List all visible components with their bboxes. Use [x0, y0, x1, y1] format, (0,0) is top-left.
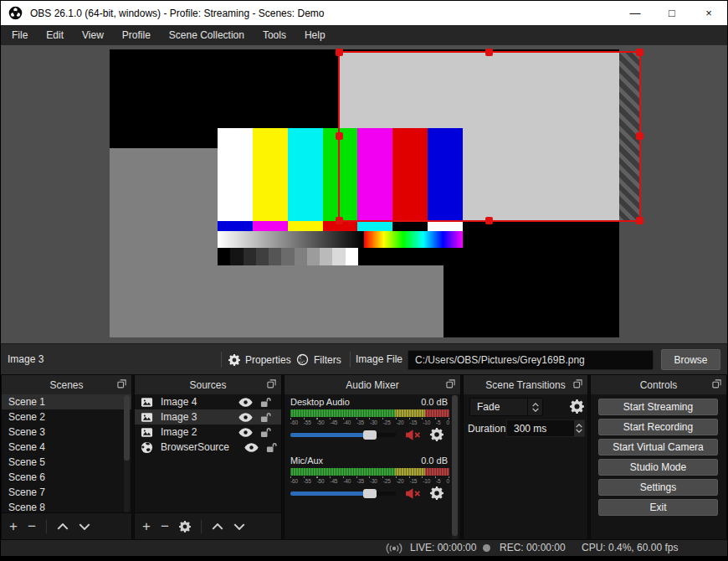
scene-transitions-panel: Scene Transitions Fade Duration 300 ms: [463, 374, 588, 540]
spinbox-arrows[interactable]: [573, 420, 584, 436]
scale-tick-label: -15: [409, 419, 417, 425]
selection-handle[interactable]: [336, 49, 343, 56]
scale-tick-label: -10: [423, 419, 430, 425]
unlock-icon[interactable]: [260, 397, 271, 408]
source-properties-button[interactable]: [179, 521, 191, 533]
control-button[interactable]: Settings: [598, 479, 718, 496]
scenes-toolbar: + −: [2, 512, 131, 539]
scenes-header[interactable]: Scenes: [2, 375, 131, 394]
popout-icon[interactable]: [267, 379, 276, 389]
scene-list-item[interactable]: Scene 4: [2, 440, 131, 455]
scene-transitions-header[interactable]: Scene Transitions: [464, 375, 587, 394]
scene-list-item[interactable]: Scene 7: [2, 485, 131, 500]
scene-list-item[interactable]: Scene 5: [2, 455, 131, 470]
scene-list-item[interactable]: Scene 8: [2, 500, 131, 512]
combo-spinner[interactable]: [527, 399, 542, 415]
scale-tick-label: -55: [304, 419, 311, 425]
slider-knob[interactable]: [363, 430, 377, 440]
unlock-icon[interactable]: [266, 442, 277, 453]
selection-box[interactable]: [338, 51, 641, 222]
gear-icon[interactable]: [430, 486, 443, 500]
audio-mixer-header[interactable]: Audio Mixer: [285, 375, 460, 394]
remove-source-button[interactable]: −: [161, 519, 169, 533]
source-list-item[interactable]: Image 3: [135, 409, 281, 425]
control-button[interactable]: Start Recording: [598, 419, 718, 435]
add-scene-button[interactable]: +: [9, 519, 18, 533]
visibility-eye-icon[interactable]: [244, 443, 259, 452]
selection-handle[interactable]: [636, 132, 643, 140]
close-button[interactable]: ×: [690, 1, 727, 25]
chevron-down-icon: [576, 429, 582, 433]
sources-panel: Sources Image 4: [134, 374, 282, 540]
source-list-item[interactable]: BrowserSource: [135, 440, 281, 455]
selection-handle[interactable]: [636, 49, 643, 56]
menu-item[interactable]: Tools: [254, 25, 295, 45]
menu-item[interactable]: Scene Collection: [160, 25, 254, 45]
selection-handle[interactable]: [336, 132, 343, 140]
scale-tick-label: -35: [356, 419, 364, 425]
move-scene-up-button[interactable]: [57, 523, 69, 530]
color-bar: [218, 128, 253, 221]
duration-spinbox[interactable]: 300 ms: [506, 419, 585, 437]
scene-list-item[interactable]: Scene 1: [2, 394, 131, 409]
selection-handle[interactable]: [636, 217, 643, 224]
scenes-scrollbar[interactable]: [124, 395, 130, 512]
move-source-up-button[interactable]: [212, 523, 223, 530]
add-source-button[interactable]: +: [142, 519, 151, 533]
mixer-scrollbar[interactable]: [452, 395, 458, 539]
scale-tick-label: -50: [317, 478, 325, 484]
gray-step: [295, 248, 307, 265]
visibility-eye-icon[interactable]: [238, 413, 253, 422]
scene-list-item[interactable]: Scene 6: [2, 470, 131, 485]
gear-icon[interactable]: [430, 428, 443, 441]
move-scene-down-button[interactable]: [79, 523, 90, 530]
menu-item[interactable]: View: [73, 25, 113, 45]
scene-list-item[interactable]: Scene 3: [2, 425, 131, 440]
window-title: OBS 26.1.0 (64-bit, windows) - Profile: …: [30, 8, 324, 19]
remove-scene-button[interactable]: −: [28, 519, 36, 533]
menu-item[interactable]: Profile: [113, 25, 160, 45]
move-source-down-button[interactable]: [233, 523, 245, 530]
selection-handle[interactable]: [336, 217, 343, 224]
visibility-eye-icon[interactable]: [238, 398, 253, 407]
menu-item[interactable]: File: [3, 25, 37, 45]
sources-header[interactable]: Sources: [135, 375, 281, 394]
visibility-eye-icon[interactable]: [238, 428, 253, 437]
control-button[interactable]: Start Virtual Camera: [598, 439, 718, 455]
minimize-button[interactable]: —: [617, 1, 654, 25]
menu-item[interactable]: Edit: [37, 25, 73, 45]
properties-button[interactable]: Properties: [228, 344, 291, 375]
volume-slider[interactable]: [290, 492, 396, 496]
popout-icon[interactable]: [573, 379, 582, 389]
source-list-item[interactable]: Image 4: [135, 394, 281, 409]
scene-list-item[interactable]: Scene 2: [2, 409, 131, 425]
volume-slider[interactable]: [290, 433, 396, 437]
small-color-bar: [392, 221, 428, 231]
slider-knob[interactable]: [363, 489, 377, 498]
maximize-button[interactable]: □: [654, 1, 690, 25]
control-button[interactable]: Studio Mode: [598, 459, 718, 476]
gray-step: [332, 248, 345, 265]
transition-gear-icon[interactable]: [570, 399, 584, 414]
control-button[interactable]: Start Streaming: [598, 399, 718, 415]
controls-header[interactable]: Controls: [591, 375, 726, 394]
transition-select[interactable]: Fade: [469, 398, 543, 416]
mute-speaker-icon[interactable]: [405, 487, 421, 500]
browse-button[interactable]: Browse: [661, 349, 720, 370]
filters-button[interactable]: Filters: [296, 344, 341, 375]
preview-area[interactable]: [1, 45, 727, 343]
controls-panel: Controls Start StreamingStart RecordingS…: [590, 374, 727, 540]
control-button[interactable]: Exit: [598, 499, 718, 516]
selection-handle[interactable]: [485, 217, 493, 224]
source-list-item[interactable]: Image 2: [135, 425, 281, 440]
selection-handle[interactable]: [485, 49, 493, 56]
popout-icon[interactable]: [712, 379, 721, 389]
mute-speaker-icon[interactable]: [405, 429, 421, 441]
popout-icon[interactable]: [117, 379, 126, 389]
menu-item[interactable]: Help: [295, 25, 335, 45]
unlock-icon[interactable]: [260, 427, 271, 438]
image-file-path-input[interactable]: [408, 350, 654, 370]
popout-icon[interactable]: [446, 379, 455, 389]
unlock-icon[interactable]: [260, 412, 271, 423]
small-color-bar: [288, 221, 323, 231]
